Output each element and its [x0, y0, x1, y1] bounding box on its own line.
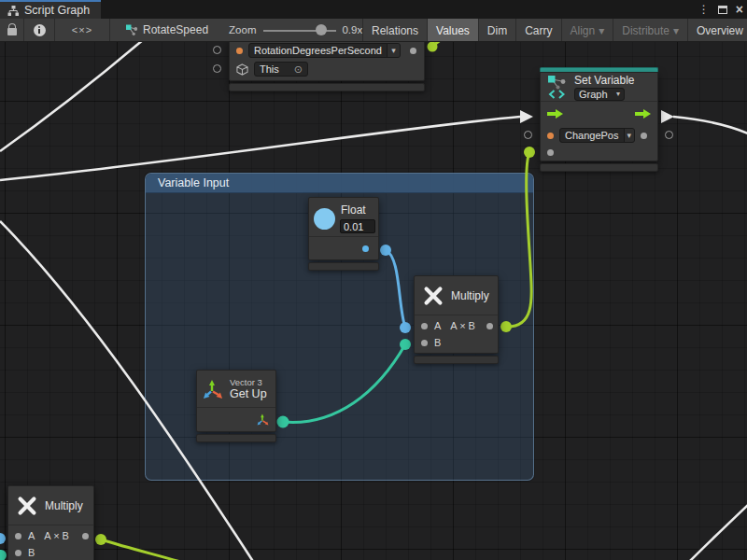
target-picker-icon[interactable]: ⊙	[294, 63, 303, 76]
flow-arrowhead-out	[661, 110, 674, 123]
zoom-slider-handle[interactable]	[316, 24, 327, 35]
flow-arrowhead-in	[520, 110, 533, 123]
port-out-label: A × B	[44, 530, 69, 541]
flow-wire-bottom-right[interactable]	[689, 505, 747, 560]
input-ring-port[interactable]	[524, 131, 532, 139]
input-port-a[interactable]	[15, 533, 21, 539]
scope-dropdown[interactable]: Graph ▾	[574, 88, 625, 101]
script-graph-window: Script Graph ⋮ × <×> RotateSpeed Zoom 0.…	[0, 0, 747, 560]
close-icon[interactable]: ×	[736, 3, 743, 16]
node-type-label: Vector 3	[230, 377, 267, 387]
chevron-down-icon: ▾	[387, 44, 400, 57]
multiply-icon	[422, 285, 444, 307]
breadcrumb[interactable]: RotateSpeed	[125, 19, 208, 41]
cube-icon	[236, 63, 248, 76]
variable-name-dropdown[interactable]: ChangePos ▾	[559, 128, 635, 143]
port-out-label: A × B	[450, 320, 475, 331]
multiply-icon	[16, 495, 38, 517]
tab-title: Script Graph	[24, 4, 90, 17]
get-variable-node[interactable]: RotationDegreesPerSecond ▾ This ⊙	[229, 42, 425, 91]
set-variable-icon	[546, 75, 569, 99]
target-field[interactable]: This ⊙	[254, 62, 308, 77]
align-button[interactable]: Align▾	[561, 19, 613, 42]
kebab-menu-icon[interactable]: ⋮	[698, 4, 710, 15]
flow-wire-out-right[interactable]	[673, 117, 747, 133]
code-view-icon: <×>	[72, 24, 92, 35]
node-title: Multiply	[451, 289, 489, 302]
input-port-a[interactable]	[421, 323, 428, 329]
toolbar-buttons: Relations Values Dim Carry Align▾ Distri…	[362, 19, 747, 42]
chevron-down-icon: ▾	[599, 24, 604, 37]
hierarchy-icon	[7, 5, 20, 17]
multiply-node[interactable]: Multiply A A × B B	[414, 275, 499, 364]
output-ring-port[interactable]	[665, 131, 673, 139]
flow-in-arrow[interactable]	[547, 109, 563, 119]
green-wire-endpoint	[524, 147, 535, 158]
input-port[interactable]	[547, 149, 554, 156]
flow-wire-left-top[interactable]	[0, 42, 144, 151]
values-button[interactable]: Values	[427, 19, 478, 42]
relations-button[interactable]: Relations	[362, 19, 427, 42]
input-ring-port[interactable]	[213, 64, 221, 73]
port-b-label: B	[434, 337, 441, 348]
input-port-b[interactable]	[15, 550, 21, 556]
input-port-b[interactable]	[421, 340, 428, 346]
multiply-node-bottom[interactable]: Multiply A A × B B	[7, 485, 94, 560]
vector3-port-icon[interactable]	[257, 413, 269, 426]
value-port[interactable]	[236, 48, 243, 54]
teal-wire-endpoint-edge	[0, 550, 7, 560]
node-title: Get Up	[230, 387, 267, 400]
green-wire-top[interactable]	[432, 42, 447, 47]
zoom-slider[interactable]	[263, 19, 336, 42]
blue-wire-endpoint-edge	[0, 533, 6, 544]
group-title: Variable Input	[158, 176, 229, 189]
flow-wire-into-set-variable[interactable]	[0, 117, 520, 180]
graph-toolbar: <×> RotateSpeed Zoom 0.9x Relations Valu…	[0, 19, 747, 42]
green-wire-endpoint	[428, 42, 438, 52]
chevron-down-icon: ▾	[673, 24, 679, 37]
variable-name: ChangePos	[560, 130, 624, 141]
set-variable-node[interactable]: Set Variable Graph ▾ ChangePos	[540, 67, 658, 172]
group-header[interactable]: Variable Input	[146, 174, 533, 193]
lock-button[interactable]	[0, 19, 24, 41]
tab-bar: Script Graph ⋮ ×	[0, 0, 747, 19]
float-value-input[interactable]	[340, 219, 375, 233]
node-footer	[308, 262, 379, 271]
info-button[interactable]	[24, 19, 55, 41]
window-controls: ⋮ ×	[698, 0, 743, 19]
target-value: This	[260, 63, 279, 75]
float-output-port[interactable]	[362, 245, 369, 252]
tab-script-graph[interactable]: Script Graph	[0, 0, 101, 19]
port-a-label: A	[434, 320, 441, 331]
carry-button[interactable]: Carry	[515, 19, 560, 42]
lock-icon	[7, 28, 17, 35]
port-a-label: A	[28, 530, 35, 541]
output-port[interactable]	[486, 323, 493, 329]
code-view-button[interactable]: <×>	[55, 19, 110, 41]
output-port[interactable]	[410, 48, 416, 54]
value-port[interactable]	[547, 133, 554, 139]
green-wire-bottom-multiply[interactable]	[101, 539, 184, 560]
dim-button[interactable]: Dim	[478, 19, 515, 42]
variable-name-dropdown[interactable]: RotationDegreesPerSecond ▾	[248, 43, 401, 58]
variable-name: RotationDegreesPerSecond	[249, 45, 387, 56]
float-type-icon	[314, 208, 335, 230]
output-port[interactable]	[82, 533, 89, 539]
output-port[interactable]	[641, 133, 647, 139]
input-ring-port[interactable]	[213, 46, 221, 54]
float-literal-node[interactable]: Float	[308, 197, 379, 271]
zoom-value: 0.9x	[342, 24, 362, 35]
node-title: Float	[341, 203, 366, 217]
overview-button[interactable]: Overview	[687, 19, 747, 42]
scope-value: Graph	[575, 89, 616, 100]
maximize-icon[interactable]	[718, 6, 727, 14]
zoom-label: Zoom	[229, 24, 256, 35]
flow-out-arrow[interactable]	[635, 109, 651, 119]
node-footer	[196, 434, 276, 442]
get-up-node[interactable]: Vector 3 Get Up	[196, 370, 276, 442]
node-footer	[540, 163, 658, 172]
node-footer	[229, 83, 425, 91]
distribute-button[interactable]: Distribute▾	[613, 19, 687, 42]
breadcrumb-label: RotateSpeed	[143, 23, 208, 36]
graph-canvas[interactable]: Variable Input	[0, 42, 747, 560]
